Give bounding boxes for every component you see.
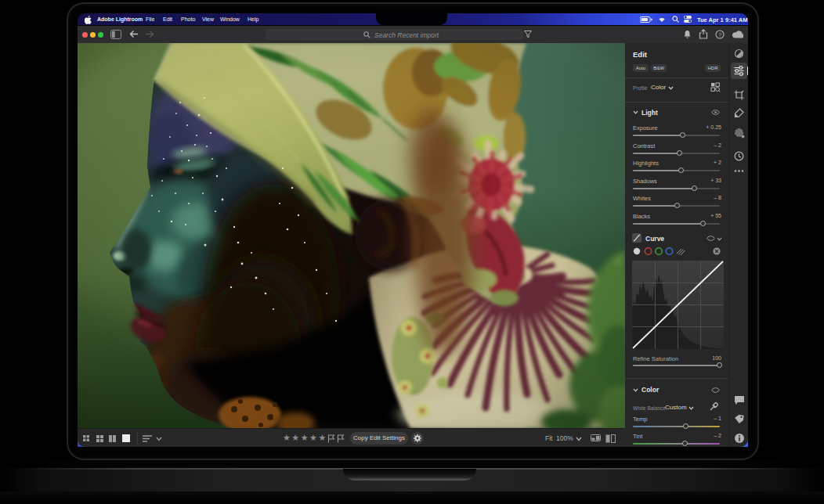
svg-text:?: ? xyxy=(718,31,721,38)
